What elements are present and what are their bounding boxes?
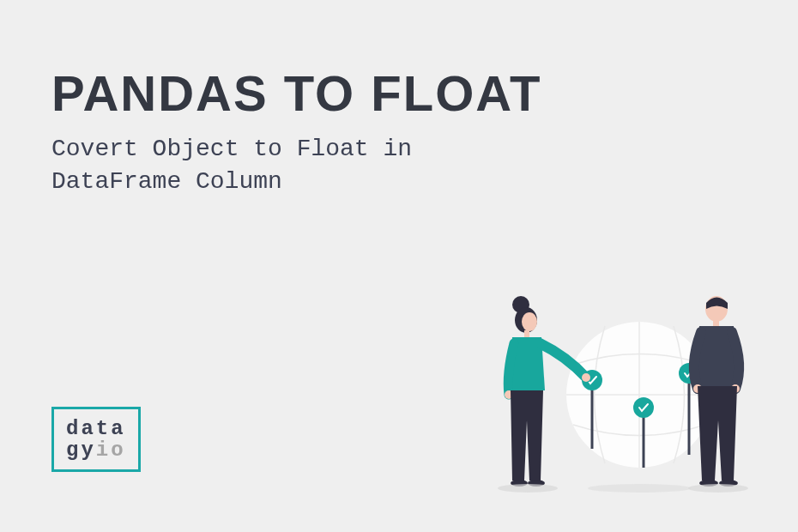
page-title: PANDAS TO FLOAT [51, 64, 541, 122]
page-subtitle: Covert Object to Float in DataFrame Colu… [51, 133, 412, 198]
svg-point-8 [522, 312, 537, 331]
hero-illustration [459, 262, 768, 502]
person-man-illustration [693, 296, 740, 487]
svg-point-20 [498, 484, 558, 493]
svg-point-21 [588, 484, 691, 493]
svg-point-22 [688, 484, 748, 493]
datagy-logo: data gyio [51, 407, 141, 472]
svg-point-10 [582, 373, 590, 382]
subtitle-line-2: DataFrame Column [51, 168, 282, 195]
svg-rect-15 [713, 319, 719, 326]
subtitle-line-1: Covert Object to Float in [51, 136, 412, 162]
logo-line-1: data [66, 418, 126, 439]
logo-line-2: gyio [66, 439, 126, 461]
svg-point-3 [633, 397, 654, 418]
svg-rect-9 [524, 330, 529, 337]
